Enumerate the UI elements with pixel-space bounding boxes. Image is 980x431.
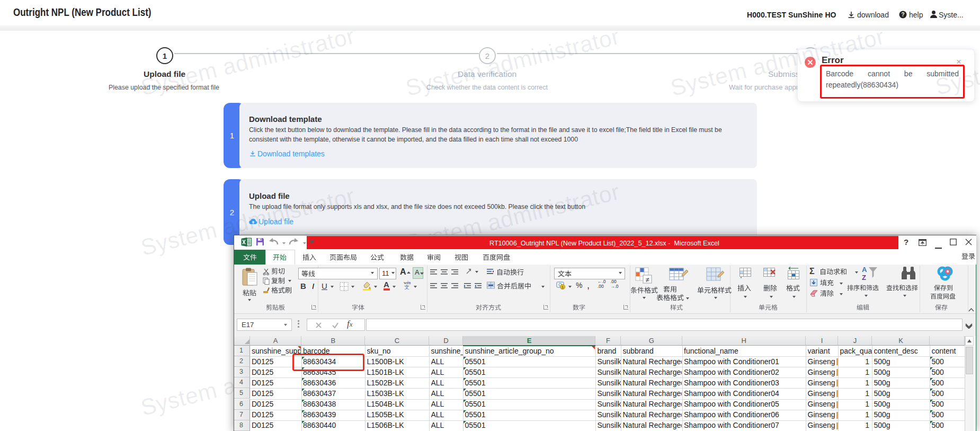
svg-text:Z: Z: [862, 274, 866, 282]
svg-text:≠: ≠: [645, 276, 649, 284]
svg-text:文: 文: [404, 284, 409, 289]
svg-text:?: ?: [901, 12, 904, 17]
svg-text:A: A: [862, 266, 867, 274]
svg-text:$: $: [562, 285, 564, 289]
